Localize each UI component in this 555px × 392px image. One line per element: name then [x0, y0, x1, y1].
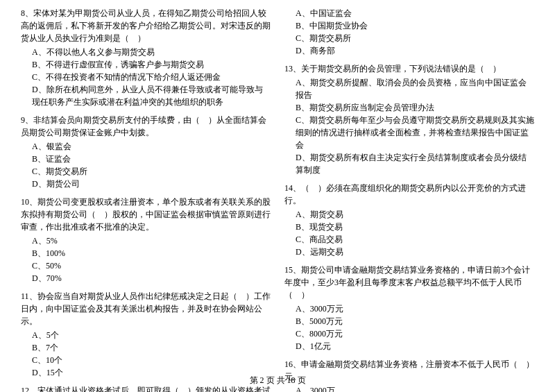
q14-text: 14、（ ）必须在高度组织化的期货交易所内以公开竞价的方式进行。: [284, 182, 534, 207]
q8-text: 8、宋体对某为甲期货公司从业人员，在得知乙期货公司给招回人较高的返佣后，私下将新…: [21, 7, 271, 44]
question-9: 9、非结算会员向期货交易所支付的手续费，由（ ）从全面结算会员期货公司期货保证金…: [21, 114, 271, 190]
q8-option-c: C、不得在投资者不知情的情况下给介绍人返还佣金: [32, 71, 271, 83]
q12-option-d: D、商务部: [296, 44, 534, 57]
q9-option-c: C、期货交易所: [32, 165, 271, 178]
q10-option-a: A、5%: [32, 235, 271, 247]
q13-option-c: C、期货交易所每年至少与会员遵守期货交易所交易规则及其实施细则的情况进行抽样或者…: [296, 114, 534, 151]
q8-option-a: A、不得以他人名义参与期货交易: [32, 46, 271, 58]
page-number: 第 2 页 共 18 页: [250, 375, 306, 385]
q13-option-a: A、期货交易所提醒、取消会员的会员资格，应当向中国证监会报告: [296, 76, 534, 101]
q10-option-c: C、50%: [32, 259, 271, 272]
page: 8、宋体对某为甲期货公司从业人员，在得知乙期货公司给招回人较高的返佣后，私下将新…: [0, 0, 555, 392]
left-column: 8、宋体对某为甲期货公司从业人员，在得知乙期货公司给招回人较高的返佣后，私下将新…: [21, 7, 271, 392]
q10-option-b: B、100%: [32, 247, 271, 259]
q14-option-c: C、商品交易: [296, 233, 534, 246]
q8-option-b: B、不得进行虚假宣传，诱骗客户参与期货交易: [32, 58, 271, 71]
q10-options: A、5% B、100% C、50% D、70%: [32, 235, 271, 284]
q9-option-d: D、期货公司: [32, 178, 271, 190]
q15-option-a: A、3000万元: [296, 302, 534, 315]
q15-option-b: B、5000万元: [296, 315, 534, 327]
question-12-options: A、中国证监会 B、中国期货业协会 C、期货交易所 D、商务部: [284, 7, 534, 57]
q12-option-c: C、期货交易所: [296, 32, 534, 44]
q11-option-a: A、5个: [32, 329, 271, 341]
q15-option-c: C、8000万元: [296, 327, 534, 340]
q13-options: A、期货交易所提醒、取消会员的会员资格，应当向中国证监会报告 B、期货交易所应当…: [296, 76, 534, 176]
q14-option-d: D、远期交易: [296, 246, 534, 258]
page-footer: 第 2 页 共 18 页: [0, 375, 555, 386]
q13-option-d: D、期货交易所有权自主决定实行全员结算制度或者会员分级结算制度: [296, 151, 534, 176]
question-14: 14、（ ）必须在高度组织化的期货交易所内以公开竞价的方式进行。 A、期货交易 …: [284, 182, 534, 258]
question-8: 8、宋体对某为甲期货公司从业人员，在得知乙期货公司给招回人较高的返佣后，私下将新…: [21, 7, 271, 108]
q14-option-a: A、期货交易: [296, 208, 534, 221]
q11-options: A、5个 B、7个 C、10个 D、15个: [32, 329, 271, 379]
q9-options: A、银监会 B、证监会 C、期货交易所 D、期货公司: [32, 140, 271, 190]
q9-option-a: A、银监会: [32, 140, 271, 153]
q12-options: A、中国证监会 B、中国期货业协会 C、期货交易所 D、商务部: [296, 7, 534, 57]
q14-options: A、期货交易 B、现货交易 C、商品交易 D、远期交易: [296, 208, 534, 258]
q8-options: A、不得以他人名义参与期货交易 B、不得进行虚假宣传，诱骗客户参与期货交易 C、…: [32, 46, 271, 108]
right-column: A、中国证监会 B、中国期货业协会 C、期货交易所 D、商务部 13、关于期货交…: [284, 7, 534, 392]
q10-option-d: D、70%: [32, 272, 271, 284]
q11-option-c: C、10个: [32, 354, 271, 366]
q13-option-b: B、期货交易所应当制定会员管理办法: [296, 101, 534, 114]
q11-option-b: B、7个: [32, 341, 271, 354]
q9-text: 9、非结算会员向期货交易所支付的手续费，由（ ）从全面结算会员期货公司期货保证金…: [21, 114, 271, 139]
question-15: 15、期货公司申请金融期货交易结算业务资格的，申请日前3个会计年度中，至少3年盈…: [284, 264, 534, 352]
content-columns: 8、宋体对某为甲期货公司从业人员，在得知乙期货公司给招回人较高的返佣后，私下将新…: [21, 7, 534, 392]
q14-option-b: B、现货交易: [296, 221, 534, 233]
q15-option-d: D、1亿元: [296, 340, 534, 352]
q15-text: 15、期货公司申请金融期货交易结算业务资格的，申请日前3个会计年度中，至少3年盈…: [284, 264, 534, 301]
q12-option-b: B、中国期货业协会: [296, 19, 534, 32]
q12-option-a: A、中国证监会: [296, 7, 534, 19]
q8-option-d: D、除所在机构同意外，从业人员不得兼任导致或者可能导致与现任职务产生实际或潜在利…: [32, 83, 271, 108]
q15-options: A、3000万元 B、5000万元 C、8000万元 D、1亿元: [296, 302, 534, 352]
q9-option-b: B、证监会: [32, 153, 271, 165]
question-10: 10、期货公司变更股权或者注册资本，单个股东或者有关联关系的股东拟持有期货公司（…: [21, 196, 271, 284]
q10-text: 10、期货公司变更股权或者注册资本，单个股东或者有关联关系的股东拟持有期货公司（…: [21, 196, 271, 233]
q13-text: 13、关于期货交易所的会员管理，下列说法错误的是（ ）: [284, 62, 534, 75]
q11-text: 11、协会应当自对期货从业人员作出纪律惩戒决定之日起（ ）工作日内，向中国证监会…: [21, 290, 271, 327]
question-13: 13、关于期货交易所的会员管理，下列说法错误的是（ ） A、期货交易所提醒、取消…: [284, 62, 534, 176]
question-11: 11、协会应当自对期货从业人员作出纪律惩戒决定之日起（ ）工作日内，向中国证监会…: [21, 290, 271, 379]
